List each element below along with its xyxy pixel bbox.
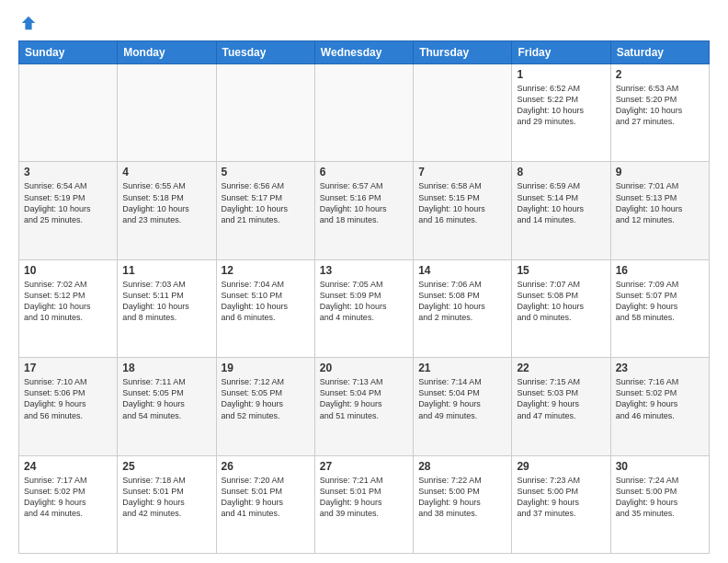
day-number: 24 bbox=[24, 460, 112, 473]
calendar-cell: 5Sunrise: 6:56 AM Sunset: 5:17 PM Daylig… bbox=[216, 162, 314, 259]
weekday-header-friday: Friday bbox=[512, 41, 610, 64]
day-number: 11 bbox=[122, 264, 210, 277]
day-number: 2 bbox=[616, 68, 704, 81]
logo-icon bbox=[20, 15, 37, 31]
weekday-header-sunday: Sunday bbox=[19, 41, 118, 64]
week-row-2: 3Sunrise: 6:54 AM Sunset: 5:19 PM Daylig… bbox=[19, 162, 710, 259]
calendar-cell bbox=[19, 64, 118, 162]
calendar-cell: 29Sunrise: 7:23 AM Sunset: 5:00 PM Dayli… bbox=[512, 455, 610, 553]
day-info: Sunrise: 6:59 AM Sunset: 5:14 PM Dayligh… bbox=[517, 180, 605, 225]
calendar-cell: 14Sunrise: 7:06 AM Sunset: 5:08 PM Dayli… bbox=[414, 259, 512, 357]
day-info: Sunrise: 7:07 AM Sunset: 5:08 PM Dayligh… bbox=[517, 279, 605, 324]
day-number: 13 bbox=[320, 264, 408, 277]
weekday-header-monday: Monday bbox=[118, 41, 216, 64]
day-info: Sunrise: 7:04 AM Sunset: 5:10 PM Dayligh… bbox=[222, 279, 310, 324]
day-info: Sunrise: 7:05 AM Sunset: 5:09 PM Dayligh… bbox=[320, 279, 408, 324]
day-number: 4 bbox=[122, 166, 210, 178]
header bbox=[18, 15, 710, 31]
weekday-header-saturday: Saturday bbox=[610, 41, 709, 64]
calendar-cell: 15Sunrise: 7:07 AM Sunset: 5:08 PM Dayli… bbox=[512, 259, 610, 357]
calendar-cell: 25Sunrise: 7:18 AM Sunset: 5:01 PM Dayli… bbox=[118, 455, 216, 553]
day-info: Sunrise: 7:12 AM Sunset: 5:05 PM Dayligh… bbox=[222, 376, 310, 421]
day-number: 25 bbox=[122, 460, 210, 473]
calendar-cell: 13Sunrise: 7:05 AM Sunset: 5:09 PM Dayli… bbox=[314, 259, 413, 357]
day-info: Sunrise: 7:20 AM Sunset: 5:01 PM Dayligh… bbox=[222, 475, 310, 520]
day-info: Sunrise: 7:06 AM Sunset: 5:08 PM Dayligh… bbox=[418, 279, 506, 324]
calendar-cell: 9Sunrise: 7:01 AM Sunset: 5:13 PM Daylig… bbox=[610, 162, 709, 259]
day-info: Sunrise: 6:52 AM Sunset: 5:22 PM Dayligh… bbox=[517, 83, 605, 128]
day-info: Sunrise: 7:24 AM Sunset: 5:00 PM Dayligh… bbox=[616, 475, 704, 520]
calendar-cell: 26Sunrise: 7:20 AM Sunset: 5:01 PM Dayli… bbox=[216, 455, 314, 553]
calendar-cell: 28Sunrise: 7:22 AM Sunset: 5:00 PM Dayli… bbox=[414, 455, 512, 553]
day-info: Sunrise: 7:14 AM Sunset: 5:04 PM Dayligh… bbox=[418, 376, 506, 421]
calendar-cell: 7Sunrise: 6:58 AM Sunset: 5:15 PM Daylig… bbox=[414, 162, 512, 259]
weekday-header-wednesday: Wednesday bbox=[314, 41, 413, 64]
calendar-cell: 24Sunrise: 7:17 AM Sunset: 5:02 PM Dayli… bbox=[19, 455, 118, 553]
day-number: 6 bbox=[320, 166, 408, 178]
day-number: 8 bbox=[517, 166, 605, 178]
day-number: 29 bbox=[517, 460, 605, 473]
day-number: 23 bbox=[616, 362, 704, 374]
day-info: Sunrise: 7:13 AM Sunset: 5:04 PM Dayligh… bbox=[320, 376, 408, 421]
calendar-cell: 18Sunrise: 7:11 AM Sunset: 5:05 PM Dayli… bbox=[118, 358, 216, 455]
calendar-cell: 20Sunrise: 7:13 AM Sunset: 5:04 PM Dayli… bbox=[314, 358, 413, 455]
svg-marker-0 bbox=[22, 17, 35, 29]
day-info: Sunrise: 7:11 AM Sunset: 5:05 PM Dayligh… bbox=[122, 376, 210, 421]
day-info: Sunrise: 7:03 AM Sunset: 5:11 PM Dayligh… bbox=[122, 279, 210, 324]
day-info: Sunrise: 7:16 AM Sunset: 5:02 PM Dayligh… bbox=[616, 376, 704, 421]
calendar-cell: 1Sunrise: 6:52 AM Sunset: 5:22 PM Daylig… bbox=[512, 64, 610, 162]
logo bbox=[18, 15, 37, 31]
week-row-5: 24Sunrise: 7:17 AM Sunset: 5:02 PM Dayli… bbox=[19, 455, 710, 553]
day-number: 10 bbox=[24, 264, 112, 277]
day-info: Sunrise: 7:01 AM Sunset: 5:13 PM Dayligh… bbox=[616, 180, 704, 225]
day-number: 12 bbox=[222, 264, 310, 277]
weekday-header-row: SundayMondayTuesdayWednesdayThursdayFrid… bbox=[19, 41, 710, 64]
calendar-cell: 4Sunrise: 6:55 AM Sunset: 5:18 PM Daylig… bbox=[118, 162, 216, 259]
calendar-cell: 2Sunrise: 6:53 AM Sunset: 5:20 PM Daylig… bbox=[610, 64, 709, 162]
day-info: Sunrise: 7:10 AM Sunset: 5:06 PM Dayligh… bbox=[24, 376, 112, 421]
calendar-cell: 27Sunrise: 7:21 AM Sunset: 5:01 PM Dayli… bbox=[314, 455, 413, 553]
day-info: Sunrise: 7:22 AM Sunset: 5:00 PM Dayligh… bbox=[418, 475, 506, 520]
day-info: Sunrise: 7:18 AM Sunset: 5:01 PM Dayligh… bbox=[122, 475, 210, 520]
day-number: 19 bbox=[222, 362, 310, 374]
calendar-cell: 8Sunrise: 6:59 AM Sunset: 5:14 PM Daylig… bbox=[512, 162, 610, 259]
day-number: 3 bbox=[24, 166, 112, 178]
day-info: Sunrise: 7:23 AM Sunset: 5:00 PM Dayligh… bbox=[517, 475, 605, 520]
day-number: 17 bbox=[24, 362, 112, 374]
calendar-cell: 12Sunrise: 7:04 AM Sunset: 5:10 PM Dayli… bbox=[216, 259, 314, 357]
day-number: 14 bbox=[418, 264, 506, 277]
calendar-cell: 3Sunrise: 6:54 AM Sunset: 5:19 PM Daylig… bbox=[19, 162, 118, 259]
calendar-cell: 23Sunrise: 7:16 AM Sunset: 5:02 PM Dayli… bbox=[610, 358, 709, 455]
page: SundayMondayTuesdayWednesdayThursdayFrid… bbox=[0, 0, 728, 563]
week-row-3: 10Sunrise: 7:02 AM Sunset: 5:12 PM Dayli… bbox=[19, 259, 710, 357]
day-number: 22 bbox=[517, 362, 605, 374]
day-info: Sunrise: 6:56 AM Sunset: 5:17 PM Dayligh… bbox=[222, 180, 310, 225]
day-number: 1 bbox=[517, 68, 605, 81]
day-info: Sunrise: 7:02 AM Sunset: 5:12 PM Dayligh… bbox=[24, 279, 112, 324]
day-info: Sunrise: 6:57 AM Sunset: 5:16 PM Dayligh… bbox=[320, 180, 408, 225]
day-number: 7 bbox=[418, 166, 506, 178]
day-info: Sunrise: 6:54 AM Sunset: 5:19 PM Dayligh… bbox=[24, 180, 112, 225]
day-number: 30 bbox=[616, 460, 704, 473]
day-info: Sunrise: 7:17 AM Sunset: 5:02 PM Dayligh… bbox=[24, 475, 112, 520]
calendar-cell: 22Sunrise: 7:15 AM Sunset: 5:03 PM Dayli… bbox=[512, 358, 610, 455]
calendar-cell: 30Sunrise: 7:24 AM Sunset: 5:00 PM Dayli… bbox=[610, 455, 709, 553]
day-number: 15 bbox=[517, 264, 605, 277]
calendar-cell: 6Sunrise: 6:57 AM Sunset: 5:16 PM Daylig… bbox=[314, 162, 413, 259]
calendar-cell bbox=[216, 64, 314, 162]
day-number: 16 bbox=[616, 264, 704, 277]
calendar-cell: 21Sunrise: 7:14 AM Sunset: 5:04 PM Dayli… bbox=[414, 358, 512, 455]
week-row-1: 1Sunrise: 6:52 AM Sunset: 5:22 PM Daylig… bbox=[19, 64, 710, 162]
calendar-cell: 10Sunrise: 7:02 AM Sunset: 5:12 PM Dayli… bbox=[19, 259, 118, 357]
calendar-cell bbox=[414, 64, 512, 162]
day-info: Sunrise: 6:53 AM Sunset: 5:20 PM Dayligh… bbox=[616, 83, 704, 128]
calendar-cell: 16Sunrise: 7:09 AM Sunset: 5:07 PM Dayli… bbox=[610, 259, 709, 357]
day-number: 21 bbox=[418, 362, 506, 374]
day-number: 20 bbox=[320, 362, 408, 374]
weekday-header-thursday: Thursday bbox=[414, 41, 512, 64]
calendar-cell: 11Sunrise: 7:03 AM Sunset: 5:11 PM Dayli… bbox=[118, 259, 216, 357]
day-number: 26 bbox=[222, 460, 310, 473]
day-number: 5 bbox=[222, 166, 310, 178]
calendar-cell: 19Sunrise: 7:12 AM Sunset: 5:05 PM Dayli… bbox=[216, 358, 314, 455]
day-info: Sunrise: 7:21 AM Sunset: 5:01 PM Dayligh… bbox=[320, 475, 408, 520]
